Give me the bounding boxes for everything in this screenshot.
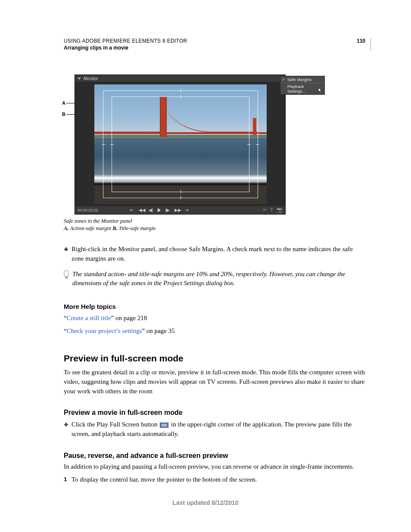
play-full-screen-icon (160, 423, 168, 428)
tip-safe-margin-percentages: The standard action- and title-safe marg… (64, 270, 366, 289)
bullet-diamond-icon: ❖ (64, 245, 72, 264)
callout-label-b: B (62, 112, 65, 117)
bullet-text: Right-click in the Monitor panel, and ch… (72, 245, 366, 264)
help-link-line-1: “Create a still title” on page 218 (64, 313, 366, 323)
key-b-text: Title-safe margin (118, 225, 156, 231)
doc-title: USING ADOBE PREMIERE ELEMENTS 8 EDITOR (64, 38, 352, 44)
link1-rest: ” on page 218 (111, 314, 147, 321)
doc-section: Arranging clips in a movie (64, 45, 352, 51)
monitor-footer: 00:00:02:22 ⇤ ◀◀ ◀| |▶ ▶▶ ⇥ ✂ T 📷 (75, 205, 285, 214)
footer-last-updated: Last updated 8/12/2010 (0, 499, 411, 506)
bullet-diamond-icon: ❖ (64, 420, 72, 439)
rewind-icon[interactable]: ◀◀ (139, 208, 144, 213)
title-safe-margin (112, 96, 249, 192)
title-tool-icon[interactable]: T (270, 207, 273, 213)
more-help-heading: More Help topics (64, 303, 366, 310)
step-text: To display the control bar, move the poi… (72, 475, 257, 485)
timecode: 00:00:02:22 (78, 208, 121, 212)
help-link-line-2: “Check your project’s settings” on page … (64, 326, 366, 336)
tip-text: The standard action- and title-safe marg… (72, 270, 366, 289)
numbered-step-1: 1 To display the control bar, move the p… (64, 475, 366, 485)
monitor-video-area (94, 84, 267, 204)
step-number: 1 (64, 475, 72, 485)
play-icon[interactable] (158, 208, 161, 212)
link-check-project-settings[interactable]: Check your project’s settings (67, 327, 142, 334)
go-to-in-icon[interactable]: ⇤ (129, 208, 134, 213)
freeze-frame-icon[interactable]: 📷 (277, 207, 283, 213)
link-create-still-title[interactable]: Create a still title (67, 314, 111, 321)
bullet-safe-margins-instruction: ❖ Right-click in the Monitor panel, and … (64, 245, 366, 264)
figure-caption: Safe zones in the Monitor panel (64, 218, 366, 224)
heading-pause-reverse-advance: Pause, reverse, and advance a full-scree… (64, 452, 366, 460)
quote-open: “ (64, 314, 67, 321)
heading-preview-movie-full-screen: Preview a movie in full-screen mode (64, 409, 366, 417)
key-a-label: A. (64, 225, 68, 231)
monitor-panel-title: Monitor (84, 76, 98, 81)
figure-monitor-safe-zones: A B Monitor (64, 75, 366, 232)
para-pause-reverse-advance: In addition to playing and pausing a ful… (64, 462, 366, 472)
monitor-panel: Monitor 00:00:02:22 ⇤ (75, 75, 286, 215)
bullet-text: Click the Play Full Screen button in the… (72, 420, 366, 439)
monitor-panel-header: Monitor (75, 75, 285, 83)
bullet-play-full-screen: ❖ Click the Play Full Screen button in t… (64, 420, 366, 439)
bullet-pre: Click the Play Full Screen button (72, 421, 159, 428)
step-back-icon[interactable]: ◀| (148, 208, 153, 213)
link2-rest: ” on page 35 (142, 327, 174, 334)
callout-label-a: A (62, 100, 65, 106)
menu-item-safe-margins[interactable]: Safe Margins (280, 76, 324, 83)
quote-open: “ (64, 327, 67, 334)
page-header: USING ADOBE PREMIERE ELEMENTS 8 EDITOR A… (64, 38, 371, 51)
fast-forward-icon[interactable]: ▶▶ (174, 208, 180, 213)
page-number: 110 (352, 38, 365, 44)
key-b-label: B. (112, 225, 117, 231)
step-forward-icon[interactable]: |▶ (165, 208, 170, 213)
monitor-context-menu: Safe Margins Playback Settings... (280, 76, 325, 95)
cursor-icon (318, 87, 323, 93)
lightbulb-icon (64, 270, 72, 289)
key-a-text: Action-safe margin (68, 225, 112, 231)
heading-preview-full-screen: Preview in full-screen mode (64, 353, 366, 364)
para-preview-full-screen: To see the greatest detail in a clip or … (64, 368, 366, 396)
figure-caption-key: A. Action-safe margin B. Title-safe marg… (64, 225, 366, 232)
split-clip-icon[interactable]: ✂ (263, 207, 267, 213)
go-to-out-icon[interactable]: ⇥ (184, 208, 189, 213)
